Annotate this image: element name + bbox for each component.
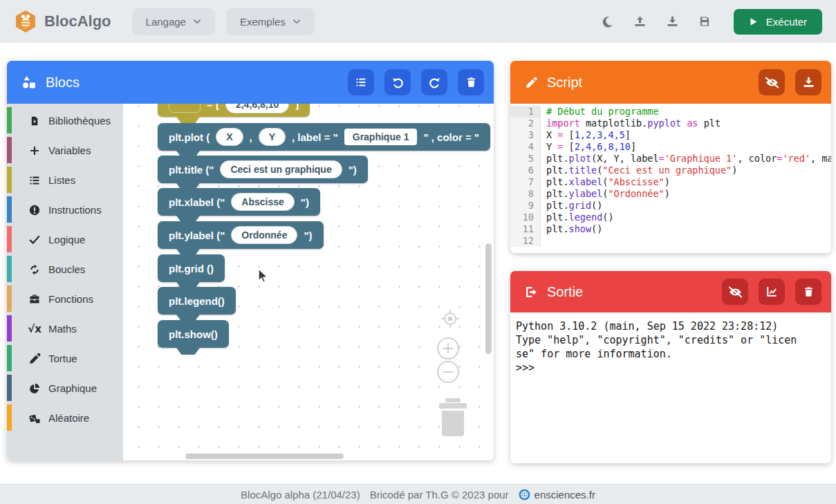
category-color-bar bbox=[7, 196, 12, 223]
sidebar-item-instructions[interactable]: Instructions bbox=[7, 195, 123, 225]
zoom-out-icon[interactable] bbox=[436, 360, 460, 384]
footer-version: BlocAlgo alpha (21/04/23) bbox=[241, 489, 360, 501]
langage-menu-button[interactable]: Langage bbox=[132, 8, 215, 35]
upload-icon[interactable] bbox=[634, 16, 646, 28]
sidebar-item-bibliotheques[interactable]: Bibliothèques bbox=[7, 106, 123, 136]
block-label: plt.legend() bbox=[169, 295, 225, 307]
trash-icon bbox=[804, 286, 814, 297]
block-value-pill[interactable]: Ceci est un graphique bbox=[220, 160, 342, 178]
sortie-chart-line-button[interactable] bbox=[759, 279, 785, 305]
chevron-down-icon bbox=[193, 17, 201, 26]
block-label: , bbox=[250, 131, 252, 143]
trash-icon bbox=[466, 77, 476, 88]
globe-icon bbox=[519, 489, 530, 501]
script-download-button[interactable] bbox=[795, 69, 821, 95]
category-label: Aléatoire bbox=[48, 412, 89, 424]
blocs-toolbar bbox=[348, 69, 484, 95]
exemples-menu-button[interactable]: Exemples bbox=[226, 8, 315, 35]
sidebar-item-maths[interactable]: √xMaths bbox=[7, 314, 123, 344]
block-plt-grid[interactable]: plt.grid () bbox=[158, 254, 225, 282]
block-plt-title[interactable]: plt.title ("Ceci est un graphique") bbox=[158, 156, 368, 183]
execute-button[interactable]: Exécuter bbox=[734, 9, 822, 35]
block-value-pill[interactable]: Ordonnée bbox=[231, 226, 297, 244]
sidebar-item-variables[interactable]: Variables bbox=[7, 136, 123, 165]
sortie-panel-title: Sortie bbox=[547, 284, 583, 300]
block-plt-plot[interactable]: plt.plot (X,Y, label = "Graphique 1" , c… bbox=[158, 123, 490, 151]
block-value-pill[interactable]: 2,4,6,8,10 bbox=[225, 104, 289, 113]
script-panel-title: Script bbox=[547, 75, 582, 91]
category-color-bar bbox=[7, 256, 12, 282]
bee-hexagon-logo bbox=[14, 10, 37, 33]
code-line: 3X = [1,2,3,4,5] bbox=[510, 129, 831, 141]
category-label: Graphique bbox=[48, 382, 97, 394]
blocs-trash-button[interactable] bbox=[458, 69, 484, 95]
redo-icon bbox=[429, 77, 440, 88]
block-label: plt.grid () bbox=[169, 263, 214, 274]
play-icon bbox=[749, 17, 758, 26]
block-label: ] bbox=[295, 104, 299, 110]
block-plt-xlabel[interactable]: plt.xlabel ("Abscisse") bbox=[158, 188, 320, 216]
crosshair-target-icon[interactable] bbox=[440, 309, 460, 328]
zoom-in-icon[interactable] bbox=[436, 337, 460, 360]
block-plt-legend[interactable]: plt.legend() bbox=[158, 287, 236, 315]
ensciences-link[interactable]: ensciences.fr bbox=[519, 489, 595, 501]
chart-line-icon bbox=[766, 286, 777, 297]
category-color-bar bbox=[7, 315, 12, 342]
sortie-eye-off-button[interactable] bbox=[722, 279, 748, 305]
category-color-bar bbox=[7, 286, 12, 312]
block-list-value-block[interactable]: = [2,4,6,8,10] bbox=[158, 104, 310, 117]
workspace-horizontal-scrollbar[interactable] bbox=[185, 454, 344, 459]
block-label: plt.title (" bbox=[169, 164, 214, 176]
category-color-bar bbox=[7, 167, 12, 193]
block-connector-tab bbox=[173, 347, 203, 355]
blocs-toolbox-list-button[interactable] bbox=[348, 69, 374, 95]
undo-icon bbox=[392, 77, 404, 88]
sidebar-item-boucles[interactable]: Boucles bbox=[7, 254, 123, 284]
block-text-field[interactable]: Graphique 1 bbox=[344, 129, 418, 145]
navbar: BlocAlgo Langage Exemples Exécuter bbox=[0, 0, 836, 43]
blocalgo-app: BlocAlgo Langage Exemples Exécuter Blocs bbox=[0, 0, 836, 504]
sidebar-item-listes[interactable]: Listes bbox=[7, 165, 123, 195]
shapes-icon bbox=[22, 75, 36, 89]
block-plt-show[interactable]: plt.show() bbox=[158, 320, 229, 348]
script-panel: Script 1# Début du programme2import matp… bbox=[510, 61, 831, 253]
block-value-pill[interactable]: X bbox=[216, 128, 243, 146]
line-number: 6 bbox=[510, 165, 541, 176]
download-icon[interactable] bbox=[667, 16, 678, 28]
code-line: 7plt.xlabel("Abscisse") bbox=[510, 176, 831, 188]
sortie-trash-button[interactable] bbox=[795, 279, 821, 305]
block-workspace[interactable]: = [2,4,6,8,10]plt.plot (X,Y, label = "Gr… bbox=[123, 104, 494, 460]
category-color-bar bbox=[7, 107, 12, 133]
block-label: " , color = " bbox=[423, 131, 479, 143]
sidebar-item-aleatoire[interactable]: Aléatoire bbox=[7, 403, 123, 433]
block-value-pill[interactable]: Abscisse bbox=[231, 193, 294, 211]
line-number: 5 bbox=[510, 153, 541, 165]
block-label: = [ bbox=[207, 104, 219, 110]
category-label: Boucles bbox=[48, 263, 85, 275]
sidebar-item-logique[interactable]: Logique bbox=[7, 225, 123, 254]
sidebar-item-tortue[interactable]: Tortue bbox=[7, 344, 123, 373]
blocs-redo-button[interactable] bbox=[421, 69, 447, 95]
chevron-down-icon bbox=[292, 17, 301, 26]
code-editor[interactable]: 1# Début du programme2import matplotlib.… bbox=[510, 104, 831, 253]
logout-icon bbox=[526, 286, 537, 298]
navbar-utilities: Exécuter bbox=[602, 9, 822, 35]
pie-icon bbox=[28, 383, 41, 394]
block-value-pill[interactable]: Y bbox=[259, 128, 286, 146]
sidebar-item-fonctions[interactable]: Fonctions bbox=[7, 284, 123, 314]
block-plt-ylabel[interactable]: plt.ylabel ("Ordonnée") bbox=[158, 221, 324, 249]
blocs-panel-title: Blocs bbox=[46, 75, 80, 91]
python-console[interactable]: Python 3.10.2 (main, Sep 15 2022 23:28:1… bbox=[510, 312, 831, 463]
line-number: 12 bbox=[510, 235, 541, 247]
block-label: ") bbox=[304, 230, 312, 241]
code-line: 8plt.ylabel("Ordonnée") bbox=[510, 188, 831, 200]
workspace-vertical-scrollbar[interactable] bbox=[485, 243, 492, 354]
block-label: plt.show() bbox=[169, 328, 218, 340]
blocs-undo-button[interactable] bbox=[384, 69, 411, 95]
moon-icon[interactable] bbox=[602, 16, 613, 28]
code-line: 1# Début du programme bbox=[510, 106, 831, 118]
script-eye-off-button[interactable] bbox=[759, 69, 785, 95]
workspace-trash-icon[interactable] bbox=[438, 398, 468, 437]
save-icon[interactable] bbox=[699, 16, 710, 27]
sidebar-item-graphique[interactable]: Graphique bbox=[7, 373, 123, 403]
